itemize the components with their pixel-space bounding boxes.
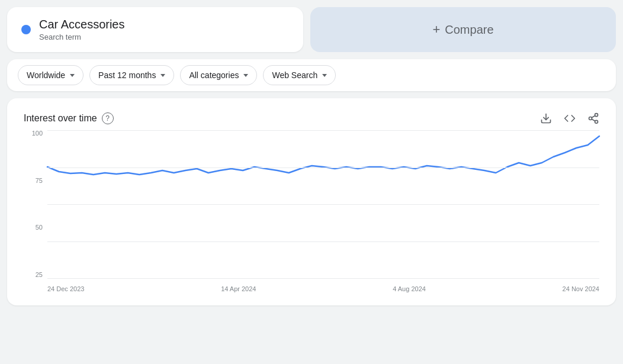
x-label-nov: 24 Nov 2024 — [563, 285, 599, 292]
y-label-50: 50 — [36, 224, 43, 231]
term-type: Search term — [39, 33, 125, 41]
chart-title-area: Interest over time ? — [24, 112, 114, 124]
top-section: Car Accessories Search term + Compare — [0, 0, 623, 52]
x-label-dec: 24 Dec 2023 — [47, 285, 84, 292]
time-filter-label: Past 12 months — [98, 70, 156, 80]
download-button[interactable] — [540, 112, 552, 124]
chart-container: 100 75 50 25 24 Dec 2023 14 Apr 2024 — [24, 130, 599, 296]
filters-section: Worldwide Past 12 months All categories … — [7, 59, 616, 91]
location-filter-button[interactable]: Worldwide — [18, 65, 84, 85]
y-label-100: 100 — [32, 130, 43, 137]
search-term-card: Car Accessories Search term — [7, 7, 303, 52]
compare-label: Compare — [445, 23, 493, 37]
search-type-filter-label: Web Search — [272, 70, 317, 80]
chart-section: Interest over time ? — [7, 98, 616, 305]
term-name: Car Accessories — [39, 18, 125, 31]
help-icon-label: ? — [105, 114, 110, 123]
time-chevron-icon — [160, 74, 165, 77]
compare-card[interactable]: + Compare — [310, 7, 616, 52]
share-button[interactable] — [587, 112, 599, 124]
term-info: Car Accessories Search term — [39, 18, 125, 41]
search-type-chevron-icon — [322, 74, 327, 77]
category-filter-button[interactable]: All categories — [180, 65, 257, 85]
search-type-filter-button[interactable]: Web Search — [263, 65, 336, 85]
x-label-aug: 4 Aug 2024 — [393, 285, 426, 292]
svg-line-4 — [592, 119, 595, 121]
chart-plot-area — [47, 130, 599, 278]
location-chevron-icon — [70, 74, 75, 77]
help-icon[interactable]: ? — [102, 112, 114, 124]
embed-button[interactable] — [564, 112, 576, 124]
grid-line-25 — [47, 241, 599, 242]
y-label-75: 75 — [36, 178, 43, 184]
category-filter-label: All categories — [189, 70, 239, 80]
compare-plus-icon: + — [432, 23, 440, 36]
category-chevron-icon — [243, 74, 248, 77]
time-filter-button[interactable]: Past 12 months — [89, 65, 174, 85]
chart-header: Interest over time ? — [24, 112, 599, 124]
grid-line-50 — [47, 204, 599, 205]
term-dot — [21, 25, 31, 34]
location-filter-label: Worldwide — [27, 70, 65, 80]
x-axis: 24 Dec 2023 14 Apr 2024 4 Aug 2024 24 No… — [47, 282, 599, 296]
grid-line-0 — [47, 278, 599, 279]
chart-title: Interest over time — [24, 113, 97, 124]
y-label-25: 25 — [36, 272, 43, 278]
grid-line-100 — [47, 130, 599, 131]
chart-actions — [540, 112, 599, 124]
y-axis: 100 75 50 25 — [24, 130, 47, 278]
svg-line-5 — [592, 115, 595, 117]
grid-line-75 — [47, 167, 599, 168]
x-label-apr: 14 Apr 2024 — [221, 285, 256, 292]
